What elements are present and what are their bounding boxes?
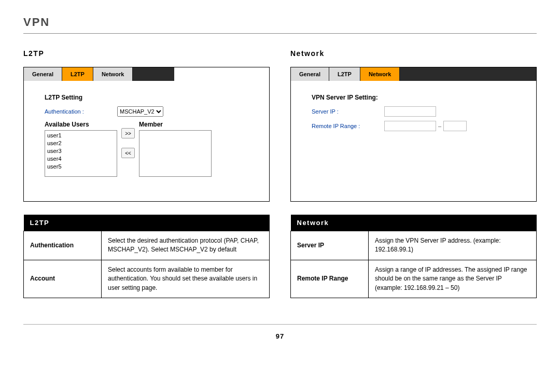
server-ip-label: Server IP : — [312, 108, 384, 115]
bottom-rule — [23, 324, 537, 325]
tab-general[interactable]: General — [24, 67, 62, 81]
tab-network[interactable]: Network — [93, 67, 133, 81]
right-column: Network General L2TP Network VPN Server … — [290, 49, 537, 298]
auth-select[interactable]: MSCHAP_V2 — [117, 106, 163, 117]
top-rule — [23, 33, 537, 34]
tabbar-l2tp: General L2TP Network — [24, 67, 174, 81]
net-val-serverip: Assign the VPN Server IP address. (examp… — [369, 231, 537, 260]
member-list[interactable] — [139, 130, 212, 177]
tab-l2tp-2[interactable]: L2TP — [329, 67, 360, 81]
list-item[interactable]: user1 — [47, 132, 115, 139]
network-banner: Network — [291, 215, 537, 231]
l2tp-val-auth: Select the desired authentication protoc… — [102, 231, 270, 260]
move-left-button[interactable]: << — [121, 148, 135, 158]
l2tp-val-account: Select accounts form available to member… — [102, 260, 270, 298]
list-item[interactable]: user5 — [47, 163, 115, 171]
tab-l2tp[interactable]: L2TP — [62, 67, 93, 81]
network-desc-table: Network Server IP Assign the VPN Server … — [290, 215, 537, 298]
remote-range-label: Remote IP Range : — [312, 123, 384, 129]
l2tp-banner: L2TP — [24, 215, 270, 231]
server-ip-input[interactable] — [384, 106, 436, 117]
tab-general-2[interactable]: General — [291, 67, 329, 81]
l2tp-key-account: Account — [24, 260, 102, 298]
screenshot-l2tp: General L2TP Network L2TP Setting Authen… — [23, 67, 270, 202]
tab-network-2[interactable]: Network — [360, 67, 400, 81]
list-item[interactable]: user3 — [47, 147, 115, 155]
left-column: L2TP General L2TP Network L2TP Setting A… — [23, 49, 270, 298]
available-users-head: Availabe Users — [45, 121, 117, 128]
list-item[interactable]: user4 — [47, 155, 115, 163]
right-section-label: Network — [290, 49, 537, 58]
page-number: 97 — [23, 332, 537, 340]
net-key-serverip: Server IP — [291, 231, 369, 260]
left-section-label: L2TP — [23, 49, 270, 58]
net-key-remote: Remote IP Range — [291, 260, 369, 298]
page-title: VPN — [23, 16, 537, 29]
tabbar-network: General L2TP Network — [291, 67, 536, 81]
move-right-button[interactable]: >> — [121, 128, 135, 138]
l2tp-desc-table: L2TP Authentication Select the desired a… — [23, 215, 270, 298]
remote-range-end-input[interactable] — [443, 121, 467, 131]
range-dash: – — [438, 123, 441, 129]
remote-range-start-input[interactable] — [384, 121, 436, 131]
vpn-server-ip-title: VPN Server IP Setting: — [312, 94, 515, 101]
auth-label: Authentication : — [45, 108, 117, 115]
screenshot-network: General L2TP Network VPN Server IP Setti… — [290, 67, 537, 202]
l2tp-setting-title: L2TP Setting — [45, 94, 248, 101]
available-users-list[interactable]: user1 user2 user3 user4 user5 — [45, 130, 117, 177]
net-val-remote: Assign a range of IP addresses. The assi… — [369, 260, 537, 298]
list-item[interactable]: user2 — [47, 139, 115, 147]
l2tp-key-auth: Authentication — [24, 231, 102, 260]
member-head: Member — [139, 121, 212, 128]
